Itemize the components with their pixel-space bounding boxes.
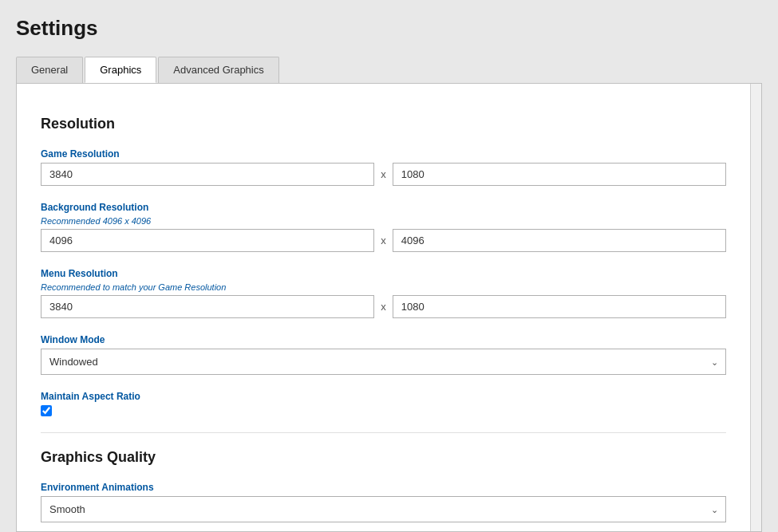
- background-resolution-width-input[interactable]: [41, 229, 374, 252]
- graphics-quality-section: Graphics Quality Environment Animations …: [41, 449, 726, 522]
- resolution-section: Resolution Game Resolution x Background …: [41, 116, 726, 416]
- tab-graphics[interactable]: Graphics: [85, 57, 156, 83]
- environment-animations-select[interactable]: Smooth Fast Off: [41, 496, 726, 522]
- section-divider: [41, 432, 726, 433]
- game-resolution-label: Game Resolution: [41, 148, 726, 160]
- game-resolution-row: x: [41, 163, 726, 186]
- maintain-aspect-ratio-checkbox[interactable]: [41, 405, 52, 416]
- background-resolution-height-input[interactable]: [393, 229, 726, 252]
- window-mode-select-wrapper: Windowed Fullscreen Borderless Windowed …: [41, 349, 726, 375]
- tab-general[interactable]: General: [16, 57, 83, 83]
- background-resolution-group: Background Resolution Recommended 4096 x…: [41, 202, 726, 252]
- tab-advanced-graphics[interactable]: Advanced Graphics: [158, 57, 278, 83]
- scrollable-panel: Resolution Game Resolution x Background …: [17, 84, 750, 531]
- environment-animations-select-wrapper: Smooth Fast Off ⌄: [41, 496, 726, 522]
- menu-resolution-row: x: [41, 295, 726, 318]
- game-resolution-separator: x: [381, 168, 386, 180]
- menu-resolution-height-input[interactable]: [393, 295, 726, 318]
- menu-resolution-label: Menu Resolution: [41, 268, 726, 279]
- game-resolution-group: Game Resolution x: [41, 148, 726, 186]
- window-mode-label: Window Mode: [41, 334, 726, 345]
- environment-animations-group: Environment Animations Smooth Fast Off ⌄: [41, 482, 726, 522]
- menu-resolution-width-input[interactable]: [41, 295, 374, 318]
- tabs-bar: General Graphics Advanced Graphics: [16, 57, 762, 83]
- background-resolution-row: x: [41, 229, 726, 252]
- page-title: Settings: [16, 16, 762, 41]
- maintain-aspect-ratio-label: Maintain Aspect Ratio: [41, 391, 726, 402]
- content-area: Resolution Game Resolution x Background …: [16, 83, 762, 532]
- background-resolution-hint: Recommended 4096 x 4096: [41, 216, 726, 226]
- resolution-section-title: Resolution: [41, 116, 726, 132]
- maintain-aspect-ratio-row: [41, 405, 726, 416]
- maintain-aspect-ratio-group: Maintain Aspect Ratio: [41, 391, 726, 416]
- window-mode-group: Window Mode Windowed Fullscreen Borderle…: [41, 334, 726, 375]
- game-resolution-height-input[interactable]: [393, 163, 726, 186]
- menu-resolution-separator: x: [381, 301, 386, 313]
- background-resolution-label: Background Resolution: [41, 202, 726, 213]
- background-resolution-separator: x: [381, 234, 386, 246]
- menu-resolution-group: Menu Resolution Recommended to match you…: [41, 268, 726, 318]
- game-resolution-width-input[interactable]: [41, 163, 374, 186]
- graphics-quality-section-title: Graphics Quality: [41, 449, 726, 466]
- menu-resolution-hint: Recommended to match your Game Resolutio…: [41, 282, 726, 292]
- scrollbar-track[interactable]: [750, 84, 761, 531]
- window-mode-select[interactable]: Windowed Fullscreen Borderless Windowed: [41, 349, 726, 375]
- environment-animations-label: Environment Animations: [41, 482, 726, 493]
